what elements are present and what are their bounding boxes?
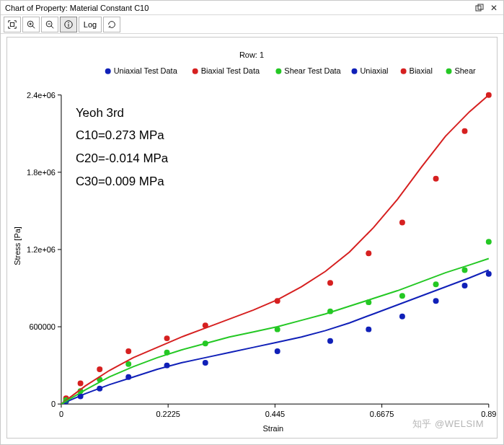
xlabel: Strain bbox=[263, 424, 284, 433]
series-point bbox=[462, 268, 468, 273]
legend-marker bbox=[105, 69, 111, 74]
series-point bbox=[275, 348, 280, 354]
ytick-label: 1.2e+06 bbox=[27, 245, 56, 254]
close-icon: ✕ bbox=[490, 3, 498, 13]
legend-marker bbox=[352, 69, 358, 74]
annotation-box: Yeoh 3rd C10=0.273 MPa C20=-0.014 MPa C3… bbox=[76, 106, 169, 189]
series-line bbox=[61, 258, 489, 404]
annotation-line4: C30=0.009 MPa bbox=[76, 175, 164, 188]
svg-point-11 bbox=[68, 22, 68, 22]
chart-subtitle: Row: 1 bbox=[239, 50, 264, 59]
zoom-in-button[interactable] bbox=[22, 17, 40, 32]
series-point bbox=[203, 360, 208, 366]
ytick-label: 1.8e+06 bbox=[27, 168, 56, 177]
zoom-out-icon bbox=[45, 19, 55, 30]
ytick-label: 600000 bbox=[29, 322, 56, 331]
legend-marker bbox=[193, 69, 198, 74]
legend: Uniaxial Test DataBiaxial Test DataShear… bbox=[105, 66, 476, 75]
series-point bbox=[486, 239, 492, 244]
xtick-label: 0.2225 bbox=[156, 410, 180, 418]
refresh-icon bbox=[107, 19, 117, 30]
series-point bbox=[366, 327, 371, 332]
chart-area[interactable]: 00.22250.4450.66750.8906000001.2e+061.8e… bbox=[6, 37, 498, 439]
close-button[interactable]: ✕ bbox=[489, 3, 499, 13]
series-point bbox=[399, 293, 405, 299]
svg-line-8 bbox=[51, 25, 54, 28]
svg-line-4 bbox=[32, 25, 35, 28]
legend-label: Biaxial bbox=[410, 66, 433, 75]
undock-button[interactable] bbox=[474, 3, 485, 13]
refresh-button[interactable] bbox=[103, 17, 120, 32]
series-point bbox=[78, 381, 84, 387]
zoom-in-icon bbox=[26, 19, 36, 30]
zoom-out-button[interactable] bbox=[41, 17, 58, 32]
titlebar: Chart of Property: Material Constant C10… bbox=[1, 1, 503, 15]
series-point bbox=[164, 335, 170, 341]
series-point bbox=[462, 128, 468, 134]
chart-canvas: 00.22250.4450.66750.8906000001.2e+061.8e… bbox=[7, 38, 497, 438]
series-point bbox=[433, 298, 439, 304]
ylabel: Stress [Pa] bbox=[13, 226, 22, 265]
legend-marker bbox=[446, 69, 452, 74]
legend-marker bbox=[275, 69, 281, 74]
series-point bbox=[462, 283, 468, 288]
watermark: 知乎 @WELSIM bbox=[412, 418, 484, 431]
annotation-line3: C20=-0.014 MPa bbox=[76, 151, 169, 165]
svg-rect-2 bbox=[10, 22, 14, 26]
series-point bbox=[327, 280, 333, 286]
ytick-label: 0 bbox=[51, 400, 56, 408]
info-icon bbox=[63, 19, 74, 30]
info-button[interactable] bbox=[60, 17, 77, 32]
series-point bbox=[399, 219, 405, 225]
series-point bbox=[366, 250, 371, 256]
ytick-label: 2.4e+06 bbox=[27, 91, 56, 100]
undock-icon bbox=[475, 4, 484, 12]
series-point bbox=[399, 314, 405, 320]
series-point bbox=[433, 281, 439, 287]
window-title: Chart of Property: Material Constant C10 bbox=[5, 4, 149, 12]
annotation-line2: C10=0.273 MPa bbox=[76, 128, 164, 142]
legend-label: Uniaxial bbox=[360, 66, 388, 75]
series-point bbox=[327, 338, 333, 344]
series-point bbox=[97, 366, 102, 372]
panel-window: Chart of Property: Material Constant C10… bbox=[0, 0, 504, 445]
xtick-label: 0.445 bbox=[265, 410, 285, 418]
log-label: Log bbox=[84, 20, 97, 29]
annotation-line1: Yeoh 3rd bbox=[76, 106, 124, 120]
zoom-fit-button[interactable] bbox=[4, 17, 21, 32]
log-scale-button[interactable]: Log bbox=[79, 17, 102, 32]
series-point bbox=[433, 176, 439, 182]
legend-marker bbox=[401, 69, 407, 74]
xtick-label: 0 bbox=[59, 410, 63, 418]
series-point bbox=[125, 348, 131, 354]
legend-label: Shear Test Data bbox=[284, 66, 341, 75]
xtick-label: 0.6675 bbox=[370, 410, 394, 418]
legend-label: Shear bbox=[454, 66, 476, 75]
legend-label: Uniaxial Test Data bbox=[114, 66, 178, 75]
window-control-buttons: ✕ bbox=[474, 3, 499, 13]
series-line bbox=[61, 270, 489, 405]
toolbar: Log bbox=[1, 15, 503, 34]
zoom-fit-icon bbox=[7, 19, 17, 30]
legend-label: Biaxial Test Data bbox=[201, 66, 260, 75]
series-point bbox=[486, 271, 492, 277]
